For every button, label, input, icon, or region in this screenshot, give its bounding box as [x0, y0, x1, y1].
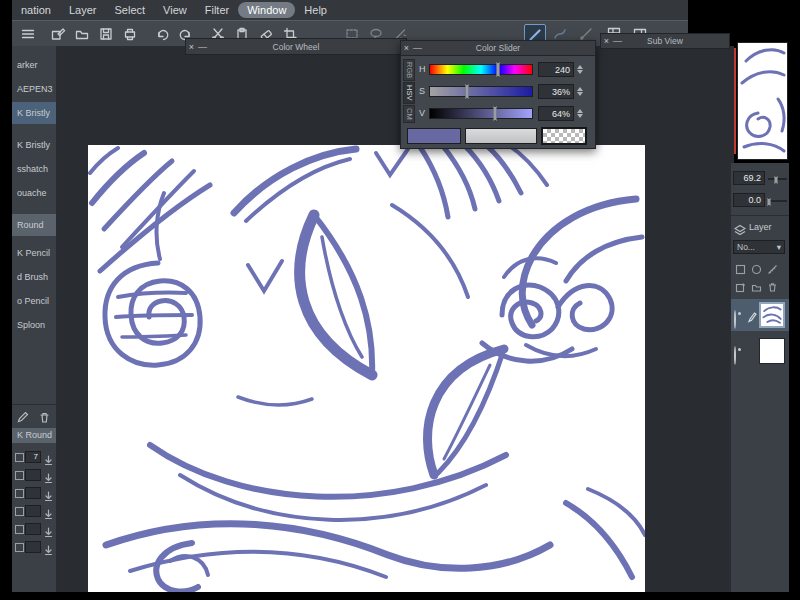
value-slider[interactable] — [429, 108, 533, 119]
property-value[interactable] — [25, 505, 41, 517]
color-wheel-panel-titlebar[interactable]: × — Color Wheel — [185, 38, 407, 55]
minimize-icon[interactable]: — — [412, 43, 423, 53]
brush-property-row[interactable] — [12, 504, 56, 520]
tab-cmyk[interactable]: CM — [403, 105, 415, 123]
brush-size-field[interactable]: 69.2 — [733, 171, 765, 185]
property-icon — [15, 489, 24, 498]
sub-view-titlebar[interactable]: × — Sub View — [600, 33, 730, 49]
menu-item-filter[interactable]: Filter — [196, 2, 238, 18]
menu-item-window[interactable]: Window — [238, 2, 295, 18]
canvas[interactable] — [88, 145, 645, 592]
brush-item-highlighted[interactable]: Round — [12, 214, 56, 236]
brush-property-row[interactable] — [12, 486, 56, 502]
brush-item[interactable]: AEPEN3 — [12, 78, 56, 100]
brush-size-value[interactable]: 7 — [25, 451, 41, 463]
layer-thumbnail[interactable] — [759, 302, 785, 328]
delete-layer-icon[interactable] — [767, 279, 778, 297]
layer-visibility-icon[interactable] — [734, 346, 736, 365]
tab-rgb[interactable]: RGB — [403, 59, 415, 81]
brush-property-row[interactable] — [12, 522, 56, 538]
brush-item[interactable]: d Brush — [12, 266, 56, 288]
brush-item[interactable]: arker — [12, 54, 56, 76]
tool-option-track[interactable] — [768, 200, 787, 202]
brush-item-selected[interactable]: K Bristly — [12, 102, 56, 124]
download-arrow-icon[interactable] — [44, 542, 53, 560]
layer-row-selected[interactable] — [731, 299, 789, 331]
brush-property-row[interactable] — [12, 540, 56, 556]
paper-layer-thumbnail[interactable] — [759, 338, 785, 364]
edit-brush-icon[interactable] — [16, 410, 29, 428]
blend-mode-value: No... — [737, 242, 755, 252]
undo-icon[interactable] — [152, 24, 172, 44]
blend-mode-row: No... ▾ — [731, 239, 789, 255]
value-spinner[interactable] — [577, 107, 583, 120]
new-file-icon[interactable] — [48, 24, 68, 44]
brush-item[interactable]: K Bristly — [12, 134, 56, 156]
close-icon[interactable]: × — [186, 42, 197, 52]
tool-option-handle[interactable] — [767, 198, 770, 206]
divider — [12, 404, 56, 405]
hue-slider[interactable] — [429, 64, 533, 75]
editing-pen-icon — [747, 309, 757, 327]
saturation-value[interactable]: 36% — [538, 84, 574, 99]
trash-icon[interactable] — [38, 410, 51, 428]
open-folder-icon[interactable] — [72, 24, 92, 44]
blend-mode-dropdown[interactable]: No... ▾ — [733, 240, 785, 254]
tool-property-row: 69.2 — [731, 171, 789, 187]
property-value[interactable] — [25, 487, 41, 499]
property-value[interactable] — [25, 469, 41, 481]
sub-view-image[interactable] — [737, 42, 788, 160]
sub-color-swatch[interactable] — [465, 128, 537, 144]
tab-hsv[interactable]: HSV — [403, 82, 415, 104]
menu-item-animation[interactable]: nation — [12, 2, 60, 18]
canvas-artwork — [88, 145, 645, 592]
color-slider-title: Color Slider — [423, 43, 573, 53]
saturation-slider[interactable] — [429, 86, 533, 97]
sub-tool-detail-name[interactable]: K Round — [12, 428, 56, 443]
main-menu-icon[interactable] — [18, 24, 38, 44]
value-label: V — [419, 108, 425, 118]
menu-item-select[interactable]: Select — [106, 2, 155, 18]
transparent-color-swatch[interactable] — [541, 127, 587, 145]
brush-size-track[interactable] — [768, 178, 787, 180]
hue-value[interactable]: 240 — [538, 62, 574, 77]
menu-item-view[interactable]: View — [154, 2, 196, 18]
close-icon[interactable]: × — [401, 43, 412, 53]
brush-item[interactable]: ouache — [12, 182, 56, 204]
hue-spinner[interactable] — [577, 63, 583, 76]
mask-icon[interactable] — [751, 261, 762, 279]
saturation-slider-handle[interactable] — [465, 84, 468, 99]
minimize-icon[interactable]: — — [197, 42, 208, 52]
brush-item[interactable]: K Pencil — [12, 242, 56, 264]
minimize-icon[interactable]: — — [612, 36, 623, 46]
property-value[interactable] — [25, 523, 41, 535]
tool-property-row: 0.0 — [731, 193, 789, 209]
new-layer-icon[interactable] — [735, 279, 746, 297]
ruler-icon[interactable] — [767, 261, 778, 279]
new-folder-icon[interactable] — [751, 279, 762, 297]
save-icon[interactable] — [96, 24, 116, 44]
hue-slider-handle[interactable] — [497, 62, 500, 77]
main-color-swatch[interactable] — [407, 128, 461, 144]
property-value[interactable] — [25, 541, 41, 553]
brush-item[interactable]: Sploon — [12, 314, 56, 336]
menu-item-help[interactable]: Help — [295, 2, 336, 18]
brush-item[interactable]: o Pencil — [12, 290, 56, 312]
brush-property-row[interactable] — [12, 468, 56, 484]
brush-size-handle[interactable] — [774, 176, 777, 184]
close-icon[interactable]: × — [601, 36, 612, 46]
menu-item-layer[interactable]: Layer — [60, 2, 106, 18]
transform-icon[interactable] — [735, 261, 746, 279]
saturation-spinner[interactable] — [577, 85, 583, 98]
tool-option-field[interactable]: 0.0 — [733, 193, 765, 207]
print-icon[interactable] — [120, 24, 140, 44]
layer-visibility-icon[interactable] — [734, 310, 736, 329]
brush-property-row[interactable]: 7 — [12, 450, 56, 466]
value-value[interactable]: 64% — [538, 106, 574, 121]
chevron-down-icon: ▾ — [777, 242, 781, 252]
sub-view-title: Sub View — [623, 36, 707, 46]
layer-row[interactable] — [731, 335, 789, 367]
color-slider-titlebar[interactable]: × — Color Slider — [401, 41, 595, 56]
value-slider-handle[interactable] — [494, 106, 497, 121]
brush-item[interactable]: sshatch — [12, 158, 56, 180]
